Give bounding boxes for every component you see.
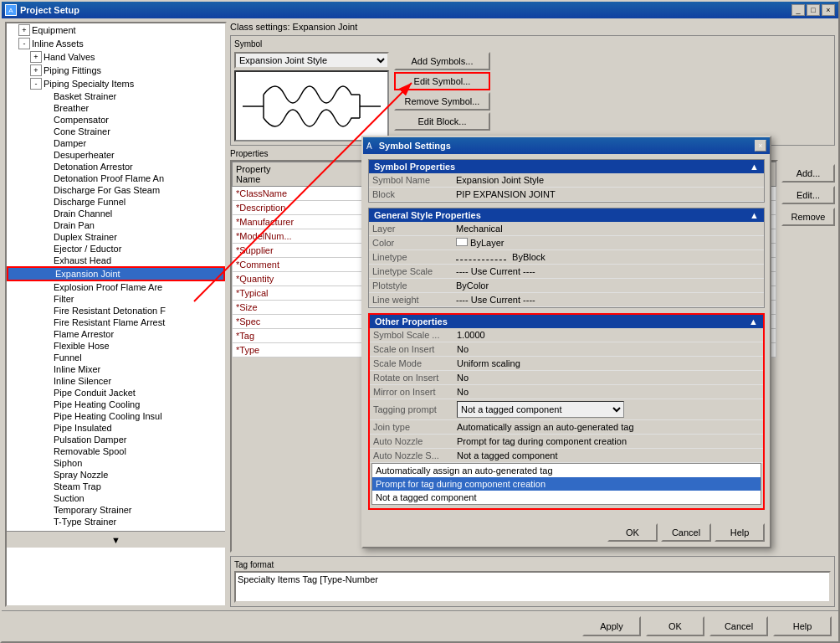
tree-item-flame-arrestor[interactable]: Flame Arrestor bbox=[7, 328, 225, 340]
symbol-settings-dialog: A Symbol Settings × Symbol Properties ▲ … bbox=[361, 136, 771, 548]
tree-item-discharge-funnel[interactable]: Discharge Funnel bbox=[7, 196, 225, 208]
edit-symbol-button[interactable]: Edit Symbol... bbox=[394, 72, 490, 90]
tree-label-siphon: Siphon bbox=[54, 458, 82, 468]
tag-format-label: Tag format bbox=[234, 560, 831, 569]
tree-item-explosion-proof[interactable]: Explosion Proof Flame Are bbox=[7, 281, 225, 293]
auto-nozzle-label: Auto Nozzle bbox=[370, 435, 453, 449]
tree-item-inline-silencer[interactable]: Inline Silencer bbox=[7, 375, 225, 387]
tree-item-flexible-hose[interactable]: Flexible Hose bbox=[7, 340, 225, 352]
tree-item-inline-assets[interactable]: - Inline Assets bbox=[7, 37, 225, 50]
tree-item-pipe-insulated[interactable]: Pipe Insulated bbox=[7, 422, 225, 434]
plotstyle-row: Plotstyle ByColor bbox=[369, 279, 764, 293]
color-swatch bbox=[456, 238, 468, 246]
tree-item-drain-channel[interactable]: Drain Channel bbox=[7, 208, 225, 219]
tree-label-inline-silencer: Inline Silencer bbox=[54, 376, 111, 386]
scale-mode-label: Scale Mode bbox=[370, 357, 453, 371]
mirror-on-insert-label: Mirror on Insert bbox=[370, 385, 453, 399]
symbol-buttons: Add Symbols... Edit Symbol... Remove Sym… bbox=[394, 52, 490, 131]
edit-block-button[interactable]: Edit Block... bbox=[394, 112, 490, 131]
help-button[interactable]: Help bbox=[773, 616, 832, 636]
tag-format-input[interactable]: Specialty Items Tag [Type-Number bbox=[234, 571, 831, 603]
tree-item-detonation-arrestor[interactable]: Detonation Arrestor bbox=[7, 161, 225, 172]
dialog-cancel-button[interactable]: Cancel bbox=[661, 523, 711, 542]
tree-item-t-type-strainer[interactable]: T-Type Strainer bbox=[7, 516, 225, 527]
tree-item-filter[interactable]: Filter bbox=[7, 293, 225, 305]
linetype-preview bbox=[456, 260, 506, 260]
tree-label-exhaust-head: Exhaust Head bbox=[54, 255, 111, 265]
apply-button[interactable]: Apply bbox=[582, 616, 641, 636]
ok-button[interactable]: OK bbox=[646, 616, 704, 636]
tree-label-detonation-proof: Detonation Proof Flame An bbox=[54, 173, 164, 183]
maximize-button[interactable]: □ bbox=[807, 4, 820, 16]
option-prompt-tag-open[interactable]: Prompt for tag during component creation bbox=[372, 477, 761, 491]
dialog-close-button[interactable]: × bbox=[755, 140, 766, 152]
tree-item-inline-mixer[interactable]: Inline Mixer bbox=[7, 363, 225, 375]
tree-label-inline-assets: Inline Assets bbox=[32, 39, 84, 49]
tree-label-pipe-insulated: Pipe Insulated bbox=[54, 423, 112, 433]
dialog-ok-button[interactable]: OK bbox=[607, 523, 658, 542]
expander-piping-fittings[interactable]: + bbox=[30, 64, 42, 76]
tree-item-equipment[interactable]: + Equipment bbox=[7, 23, 225, 37]
tree-item-drain-pan[interactable]: Drain Pan bbox=[7, 219, 225, 231]
tree-item-detonation-proof[interactable]: Detonation Proof Flame An bbox=[7, 172, 225, 184]
tagging-prompt-select[interactable]: Not a tagged component Automatically ass… bbox=[457, 401, 624, 418]
tree-item-funnel[interactable]: Funnel bbox=[7, 352, 225, 363]
tree-item-fire-resistant-detonation[interactable]: Fire Resistant Detonation F bbox=[7, 305, 225, 316]
tree-item-pipe-heating-cooling-insul[interactable]: Pipe Heating Cooling Insul bbox=[7, 410, 225, 422]
tree-item-breather[interactable]: Breather bbox=[7, 102, 225, 114]
tree-item-compensator[interactable]: Compensator bbox=[7, 114, 225, 126]
tree-item-spray-nozzle[interactable]: Spray Nozzle bbox=[7, 469, 225, 481]
tree-item-damper[interactable]: Damper bbox=[7, 137, 225, 149]
tree-item-duplex-strainer[interactable]: Duplex Strainer bbox=[7, 231, 225, 243]
tag-format-section: Tag format Specialty Items Tag [Type-Num… bbox=[230, 556, 835, 607]
tree-item-hand-valves[interactable]: + Hand Valves bbox=[7, 50, 225, 64]
expander-piping-specialty[interactable]: - bbox=[30, 78, 42, 90]
tagging-prompt-value: Not a tagged component Automatically ass… bbox=[453, 399, 763, 420]
add-property-button[interactable]: Add... bbox=[781, 164, 835, 183]
tree-item-removable-spool[interactable]: Removable Spool bbox=[7, 445, 225, 457]
join-type-row: Join type Automatically assign an auto-g… bbox=[370, 420, 763, 435]
collapse-general-icon[interactable]: ▲ bbox=[750, 210, 759, 220]
tree-item-steam-trap[interactable]: Steam Trap bbox=[7, 481, 225, 492]
symbol-style-dropdown[interactable]: Expansion Joint Style bbox=[234, 52, 389, 69]
tree-item-fire-resistant-flame[interactable]: Fire Resistant Flame Arrest bbox=[7, 316, 225, 328]
tree-item-desuperheater[interactable]: Desuperheater bbox=[7, 149, 225, 161]
tree-item-suction[interactable]: Suction bbox=[7, 492, 225, 504]
symbol-props-header: Symbol Properties ▲ bbox=[369, 160, 764, 173]
edit-property-button[interactable]: Edit... bbox=[781, 186, 835, 204]
close-button[interactable]: × bbox=[822, 4, 835, 16]
tree-item-pipe-heating-cooling[interactable]: Pipe Heating Cooling bbox=[7, 399, 225, 410]
cancel-button[interactable]: Cancel bbox=[709, 616, 768, 636]
tree-item-temporary-strainer[interactable]: Temporary Strainer bbox=[7, 504, 225, 516]
collapse-icon[interactable]: ▲ bbox=[750, 162, 759, 172]
tree-item-exhaust-head[interactable]: Exhaust Head bbox=[7, 255, 225, 266]
tree-item-piping-specialty[interactable]: - Piping Specialty Items bbox=[7, 77, 225, 90]
tree-label-t-type-strainer: T-Type Strainer bbox=[54, 517, 116, 527]
collapse-other-icon[interactable]: ▲ bbox=[749, 316, 758, 327]
tree-item-discharge-gas-steam[interactable]: Discharge For Gas Steam bbox=[7, 184, 225, 196]
tree-item-ejector[interactable]: Ejector / Eductor bbox=[7, 243, 225, 255]
tree-item-pipe-conduit[interactable]: Pipe Conduit Jacket bbox=[7, 387, 225, 399]
tree-item-expansion-joint[interactable]: Expansion Joint bbox=[7, 266, 225, 281]
expander-hand-valves[interactable]: + bbox=[30, 51, 42, 63]
tree-item-basket-strainer[interactable]: Basket Strainer bbox=[7, 90, 225, 102]
join-type-value: Automatically assign an auto-generated t… bbox=[453, 420, 763, 435]
remove-property-button[interactable]: Remove bbox=[781, 208, 835, 226]
minimize-button[interactable]: _ bbox=[791, 4, 805, 16]
option-not-tagged-open[interactable]: Not a tagged component bbox=[372, 491, 761, 504]
tree-item-pulsation-damper[interactable]: Pulsation Damper bbox=[7, 434, 225, 445]
expander-inline-assets[interactable]: - bbox=[18, 38, 30, 49]
tree-label-damper: Damper bbox=[54, 138, 86, 148]
add-symbols-button[interactable]: Add Symbols... bbox=[394, 52, 490, 70]
remove-symbol-button[interactable]: Remove Symbol... bbox=[394, 92, 490, 111]
option-auto-generated[interactable]: Automatically assign an auto-generated t… bbox=[372, 464, 761, 477]
tree-item-siphon[interactable]: Siphon bbox=[7, 457, 225, 469]
scale-on-insert-value: No bbox=[453, 342, 763, 357]
tree-item-cone-strainer[interactable]: Cone Strainer bbox=[7, 126, 225, 137]
expander-equipment[interactable]: + bbox=[18, 24, 30, 36]
tagging-prompt-row: Tagging prompt Not a tagged component Au… bbox=[370, 399, 763, 420]
dialog-help-button[interactable]: Help bbox=[715, 523, 765, 542]
scale-on-insert-label: Scale on Insert bbox=[370, 342, 453, 357]
tree-scroll-down[interactable]: ▼ bbox=[7, 531, 225, 548]
tree-item-piping-fittings[interactable]: + Piping Fittings bbox=[7, 64, 225, 77]
